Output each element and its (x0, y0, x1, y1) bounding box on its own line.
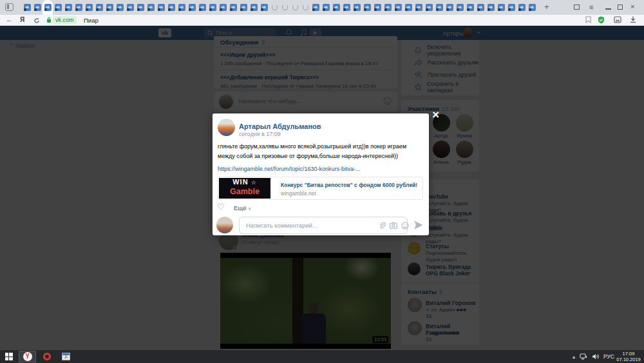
vk-favicon: vk (220, 4, 227, 11)
vk-favicon: vk (333, 4, 340, 11)
vk-favicon: vk (55, 4, 62, 11)
pinned-tab[interactable]: vk (310, 0, 321, 15)
new-tab-button[interactable]: + (544, 2, 549, 12)
back-icon[interactable]: ← (6, 15, 13, 23)
pinned-tab[interactable]: vk (475, 0, 486, 15)
pinned-tab[interactable]: vk (22, 0, 32, 15)
browser-sidebar-toggle-icon[interactable] (5, 3, 14, 11)
link-preview-card[interactable]: WIN ☆ Gamble Конкурс "Битва репостов" с … (218, 177, 423, 200)
address-bar[interactable]: ← Я vk.com Пиар (0, 15, 644, 26)
avatar[interactable] (218, 119, 235, 136)
pinned-tab[interactable]: vk (197, 0, 207, 15)
taskbar-viewer[interactable] (57, 351, 75, 362)
pinned-tab[interactable] (300, 0, 310, 15)
collections-icon[interactable] (614, 16, 621, 23)
pinned-tab[interactable]: vk (403, 0, 413, 15)
pinned-tab[interactable]: vk (135, 0, 146, 15)
download-icon[interactable] (630, 16, 636, 23)
pinned-tab[interactable]: vk (43, 0, 53, 15)
language-indicator[interactable]: РУС (603, 353, 614, 360)
vk-favicon: vk (117, 4, 124, 11)
yandex-logo-icon[interactable]: Я (20, 16, 24, 23)
tab-loading-spinner (292, 5, 298, 10)
pinned-tab[interactable]: vk (259, 0, 269, 15)
pinned-tab[interactable]: vk (465, 0, 475, 15)
pinned-tab[interactable]: vk (249, 0, 259, 15)
pinned-tab[interactable]: vk (424, 0, 434, 15)
pinned-tab[interactable]: vk (156, 0, 166, 15)
pinned-tab[interactable]: vk (84, 0, 94, 15)
pinned-tab[interactable]: vk (413, 0, 424, 15)
link-preview-title[interactable]: Конкурс "Битва репостов" с фондом 6000 р… (281, 182, 417, 188)
pinned-tab[interactable]: vk (372, 0, 383, 15)
post-link[interactable]: https://wingamble.net/forum/topic/1630-k… (218, 166, 361, 172)
pinned-tab[interactable]: vk (176, 0, 187, 15)
vk-favicon: vk (24, 4, 31, 11)
pinned-tab[interactable] (269, 0, 279, 15)
browser-menu-icon[interactable]: ≡ (589, 3, 593, 11)
camera-icon[interactable] (390, 222, 397, 229)
pinned-tab[interactable]: vk (53, 0, 63, 15)
pinned-tab[interactable]: vk (352, 0, 362, 15)
pinned-tab[interactable]: vk (115, 0, 125, 15)
pinned-tab[interactable] (290, 0, 300, 15)
pinned-tab[interactable]: vk (63, 0, 73, 15)
emoji-icon[interactable] (401, 222, 409, 230)
post-timestamp[interactable]: сегодня в 17:09 (239, 131, 281, 137)
bookmark-icon[interactable] (585, 16, 591, 23)
pinned-tab[interactable]: vk (383, 0, 393, 15)
pinned-tab[interactable]: vk (496, 0, 506, 15)
pinned-tab[interactable]: vk (187, 0, 197, 15)
pinned-tab[interactable]: vk (73, 0, 84, 15)
pinned-tab[interactable]: vk (341, 0, 352, 15)
pinned-tab[interactable]: vk (218, 0, 228, 15)
pinned-tab[interactable]: vk (362, 0, 372, 15)
like-heart-icon[interactable]: ♡ (217, 202, 225, 211)
window-close-button[interactable]: × (630, 3, 634, 10)
pinned-tab[interactable]: vk (527, 0, 537, 15)
post-author-name[interactable]: Артарыл Абдульманов (239, 123, 321, 130)
vk-favicon: vk (127, 4, 134, 11)
taskbar-opera[interactable] (38, 351, 55, 362)
pinned-tab[interactable]: vk (321, 0, 331, 15)
start-button[interactable] (0, 350, 17, 363)
pinned-tab[interactable]: vk (393, 0, 403, 15)
site-security-chip[interactable]: vk.com (46, 16, 77, 24)
pinned-tab[interactable]: vk (166, 0, 176, 15)
refresh-icon[interactable] (33, 17, 40, 24)
send-comment-icon[interactable] (413, 220, 424, 230)
modal-close-icon[interactable]: × (432, 108, 439, 121)
more-actions-button[interactable]: Ещё ∨ (234, 204, 251, 211)
vk-favicon: vk (323, 4, 330, 11)
pinned-tab[interactable]: vk (125, 0, 135, 15)
taskbar-yandex-browser[interactable]: Y (19, 351, 36, 362)
pinned-tab[interactable]: vk (434, 0, 444, 15)
pinned-tab[interactable]: vk (94, 0, 104, 15)
pinned-tab[interactable]: vk (32, 0, 43, 15)
avatar (216, 217, 233, 233)
vk-favicon: vk (168, 4, 175, 11)
chevron-down-icon: ∨ (248, 206, 251, 211)
pinned-tab[interactable]: vk (228, 0, 238, 15)
protect-shield-icon[interactable] (598, 16, 605, 24)
pinned-tab[interactable]: vk (146, 0, 156, 15)
pinned-tab[interactable] (279, 0, 290, 15)
clock[interactable]: 17:09 07.10.2019 (614, 351, 643, 362)
volume-icon[interactable] (592, 353, 599, 360)
pinned-tab[interactable]: vk (444, 0, 455, 15)
pinned-tab[interactable]: vk (238, 0, 249, 15)
pinned-tab[interactable]: vk (455, 0, 465, 15)
pinned-tab[interactable]: vk (516, 0, 527, 15)
pinned-tab[interactable]: vk (104, 0, 115, 15)
pinned-tab[interactable]: vk (331, 0, 341, 15)
attach-paperclip-icon[interactable] (378, 222, 386, 230)
comment-input[interactable]: Написать комментарий... (239, 217, 408, 234)
pinned-tab[interactable]: vk (486, 0, 496, 15)
window-minimize-button[interactable] (605, 8, 611, 10)
pinned-tab[interactable]: vk (506, 0, 516, 15)
pinned-tab[interactable]: vk (207, 0, 218, 15)
tray-expand-icon[interactable]: ▴ (573, 354, 575, 360)
browser-panel-icon[interactable] (574, 5, 580, 10)
network-icon[interactable] (580, 353, 587, 360)
window-restore-button[interactable] (618, 5, 623, 10)
